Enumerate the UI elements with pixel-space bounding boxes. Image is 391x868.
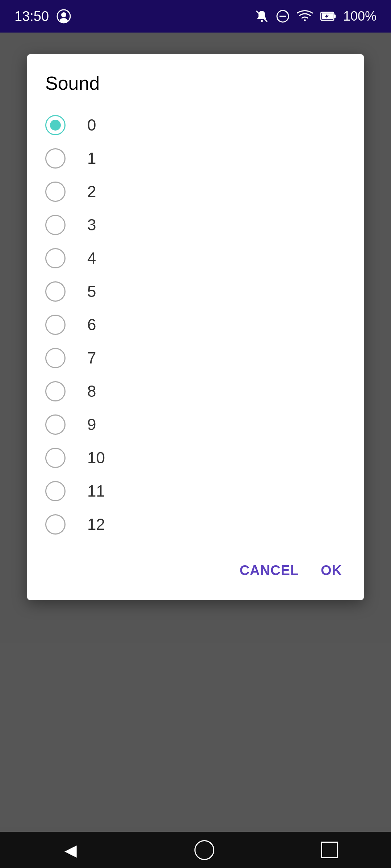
radio-12 (45, 514, 66, 535)
radio-11 (45, 481, 66, 501)
option-item-4[interactable]: 4 (45, 242, 346, 275)
option-label-2: 2 (87, 183, 96, 201)
option-item-12[interactable]: 12 (45, 508, 346, 541)
battery-percentage: 100% (343, 9, 377, 24)
recents-button[interactable] (321, 842, 338, 858)
radio-9 (45, 414, 66, 435)
option-label-9: 9 (87, 416, 96, 434)
nav-bar: ◀ (0, 832, 391, 868)
radio-8 (45, 381, 66, 401)
back-button[interactable]: ◀ (54, 837, 88, 863)
option-label-12: 12 (87, 515, 105, 533)
home-button[interactable] (194, 840, 214, 860)
option-item-7[interactable]: 7 (45, 341, 346, 375)
option-label-3: 3 (87, 216, 96, 234)
option-label-11: 11 (87, 482, 105, 500)
radio-5 (45, 281, 66, 302)
status-bar: 13:50 10 (0, 0, 391, 33)
option-item-1[interactable]: 1 (45, 142, 346, 175)
svg-point-2 (60, 18, 68, 23)
status-time: 13:50 (14, 9, 49, 24)
status-left: 13:50 (14, 9, 71, 24)
option-item-0[interactable]: 0 (45, 109, 346, 142)
svg-point-4 (261, 20, 263, 22)
option-item-10[interactable]: 10 (45, 441, 346, 475)
wifi-icon (297, 9, 313, 23)
svg-rect-9 (334, 14, 336, 18)
option-label-1: 1 (87, 149, 96, 167)
radio-10 (45, 448, 66, 468)
dnd-icon (276, 9, 290, 23)
radio-6 (45, 315, 66, 335)
option-item-2[interactable]: 2 (45, 175, 346, 208)
option-item-3[interactable]: 3 (45, 208, 346, 242)
option-label-8: 8 (87, 382, 96, 400)
option-label-10: 10 (87, 449, 105, 467)
option-label-4: 4 (87, 249, 96, 267)
status-right: 100% (255, 9, 377, 24)
option-label-0: 0 (87, 116, 96, 134)
dialog-actions: CANCEL OK (45, 545, 346, 586)
option-item-8[interactable]: 8 (45, 375, 346, 408)
radio-3 (45, 215, 66, 235)
cancel-button[interactable]: CANCEL (236, 556, 303, 586)
radio-inner-0 (50, 120, 61, 131)
options-list: 0123456789101112 (45, 109, 346, 541)
mute-icon (255, 9, 269, 23)
radio-7 (45, 348, 66, 368)
option-label-5: 5 (87, 282, 96, 301)
option-item-11[interactable]: 11 (45, 475, 346, 508)
option-label-7: 7 (87, 349, 96, 367)
ok-button[interactable]: OK (317, 556, 346, 586)
svg-point-1 (61, 12, 66, 17)
option-item-9[interactable]: 9 (45, 408, 346, 441)
profile-icon (56, 9, 71, 24)
dialog-title: Sound (45, 72, 346, 94)
sound-dialog: Sound 0123456789101112 CANCEL OK (27, 54, 364, 600)
battery-icon (320, 9, 336, 23)
radio-1 (45, 148, 66, 169)
radio-0 (45, 115, 66, 135)
option-item-5[interactable]: 5 (45, 275, 346, 308)
option-label-6: 6 (87, 316, 96, 334)
radio-2 (45, 182, 66, 202)
radio-4 (45, 248, 66, 268)
option-item-6[interactable]: 6 (45, 308, 346, 341)
